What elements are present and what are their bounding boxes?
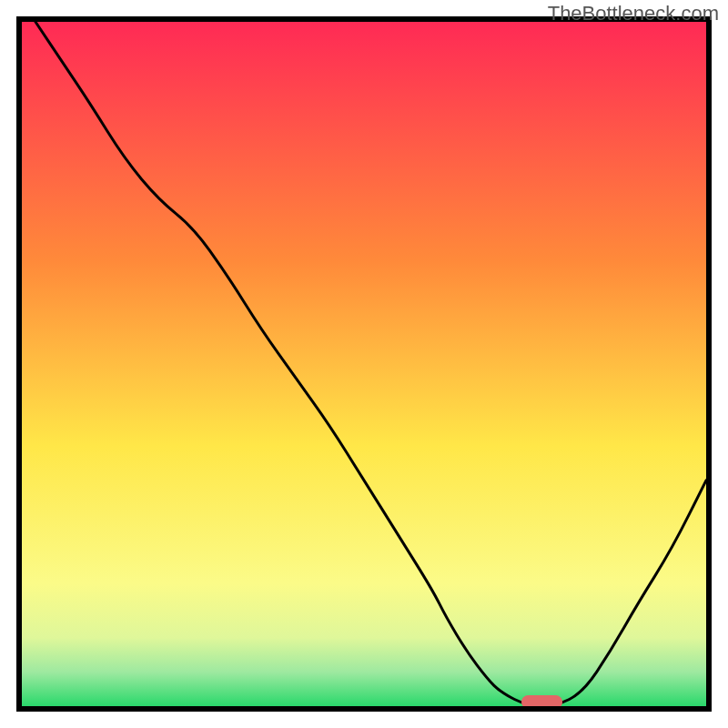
plot-background bbox=[22, 22, 706, 706]
bottleneck-chart bbox=[0, 0, 728, 728]
chart-container: TheBottleneck.com bbox=[0, 0, 728, 728]
watermark-text: TheBottleneck.com bbox=[548, 2, 719, 25]
